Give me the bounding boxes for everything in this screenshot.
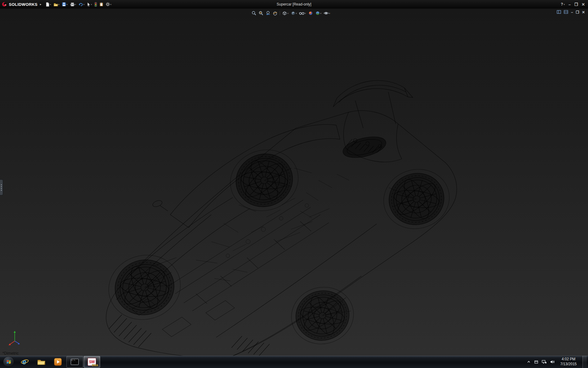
taskbar-command-prompt[interactable]: C:\ (66, 356, 83, 368)
save-button[interactable]: ▾ (61, 2, 69, 7)
edit-appearance-button[interactable] (307, 10, 314, 16)
window-controls: ?▾ – ❐ ✕ (561, 2, 588, 6)
display-style-icon (291, 11, 296, 16)
hidden-icons-chevron-icon[interactable] (527, 360, 531, 364)
title-bar: SOLIDWORKS ▸ ▾ ▾ ▾ (0, 0, 588, 9)
appearance-sphere-icon (308, 11, 313, 16)
close-button[interactable]: ✕ (582, 2, 585, 6)
new-document-icon (45, 2, 50, 7)
section-view-button[interactable] (272, 10, 278, 16)
volume-icon[interactable] (550, 360, 555, 364)
printer-icon (70, 2, 75, 6)
clock-time: 4:02 PM (560, 357, 577, 362)
taskbar-media-player[interactable] (50, 356, 66, 367)
solidworks-window: SOLIDWORKS ▸ ▾ ▾ ▾ (0, 0, 588, 368)
pane-right-icon (564, 10, 568, 14)
apply-scene-button[interactable]: ▾ (315, 10, 322, 16)
section-view-icon (273, 11, 277, 16)
pane-right-button[interactable] (564, 10, 568, 14)
minimize-button[interactable]: – (568, 2, 571, 6)
windows-taskbar: e C:\ SW 2015 (0, 356, 588, 368)
view-orientation-cube-icon (282, 11, 287, 16)
file-properties-button[interactable] (99, 2, 104, 7)
hide-show-items-button[interactable]: ▾ (298, 10, 307, 16)
restore-button[interactable]: ❐ (574, 2, 578, 6)
solidworks-menu-logo[interactable]: SOLIDWORKS (0, 0, 40, 9)
system-tray: 4:02 PM 7/13/2015 (527, 356, 588, 368)
scene-globe-icon (315, 11, 320, 16)
brand-text: SOLIDWORKS (9, 2, 38, 7)
document-window-controls: – ❐ ✕ (557, 10, 585, 14)
graphics-viewport[interactable]: ▾ ▾ ▾ (0, 9, 588, 356)
open-button[interactable]: ▾ (53, 2, 61, 7)
internet-explorer-icon: e (21, 358, 29, 366)
options-button[interactable]: ▾ (105, 2, 112, 7)
rebuild-traffic-light-icon (94, 2, 97, 7)
display-style-button[interactable]: ▾ (290, 10, 298, 16)
view-settings-eye-icon (323, 11, 329, 16)
reference-triad (8, 330, 21, 346)
taskbar-clock[interactable]: 4:02 PM 7/13/2015 (558, 357, 579, 366)
help-button[interactable]: ?▾ (561, 2, 565, 6)
undo-button[interactable]: ▾ (77, 2, 85, 7)
heads-up-view-toolbar: ▾ ▾ ▾ (251, 10, 331, 16)
select-cursor-icon (87, 2, 91, 6)
save-floppy-icon (62, 2, 66, 6)
taskbar-solidworks[interactable]: SW 2015 (84, 356, 100, 368)
3ds-swirl-icon (2, 2, 7, 7)
clock-date: 7/13/2015 (560, 362, 577, 367)
pane-left-icon (557, 10, 561, 14)
start-button[interactable] (3, 356, 14, 367)
command-prompt-label: C:\ (71, 359, 78, 365)
open-folder-icon (54, 2, 58, 6)
previous-view-icon (266, 11, 270, 16)
pane-left-button[interactable] (557, 10, 561, 14)
view-orientation-label: *Dimetric (2, 351, 19, 355)
print-button[interactable]: ▾ (69, 2, 77, 7)
rebuild-button[interactable] (93, 2, 98, 7)
undo-arrow-icon (78, 2, 83, 6)
select-button[interactable]: ▾ (86, 2, 93, 7)
menu-expand-arrow[interactable]: ▸ (40, 3, 42, 6)
gear-icon (106, 2, 110, 6)
doc-minimize-button[interactable]: – (571, 10, 573, 14)
doc-restore-button[interactable]: ❐ (576, 10, 579, 14)
tray-app-icon[interactable] (534, 360, 538, 364)
eyeglasses-icon (299, 11, 304, 16)
windows-flag-icon (6, 359, 12, 365)
view-settings-button[interactable]: ▾ (323, 10, 331, 16)
folder-icon (37, 358, 46, 365)
solidworks-year-badge: 2015 (92, 364, 98, 367)
toolbar-separator (280, 11, 280, 15)
media-player-icon (54, 358, 62, 366)
taskbar-file-explorer[interactable] (33, 356, 49, 367)
network-icon[interactable] (542, 360, 547, 364)
svg-text:e: e (22, 358, 26, 366)
clipboard-icon (100, 2, 103, 6)
zoom-to-area-icon (258, 11, 263, 16)
doc-close-button[interactable]: ✕ (582, 10, 585, 14)
new-document-button[interactable]: ▾ (44, 2, 52, 7)
zoom-to-fit-button[interactable] (251, 10, 257, 16)
wireframe-supercar-model[interactable] (0, 9, 588, 356)
zoom-to-fit-icon (251, 11, 256, 16)
taskbar-internet-explorer[interactable]: e (17, 356, 33, 367)
document-title: Supercar [Read-only] (277, 2, 311, 6)
quick-access-toolbar: ▾ ▾ ▾ ▾ (44, 2, 112, 7)
view-orientation-button[interactable]: ▾ (281, 10, 289, 16)
previous-view-button[interactable] (265, 10, 271, 16)
feature-tree-splitter[interactable] (0, 179, 3, 195)
command-prompt-icon: C:\ (71, 359, 79, 365)
show-desktop-button[interactable] (582, 356, 587, 368)
zoom-to-area-button[interactable] (258, 10, 264, 16)
